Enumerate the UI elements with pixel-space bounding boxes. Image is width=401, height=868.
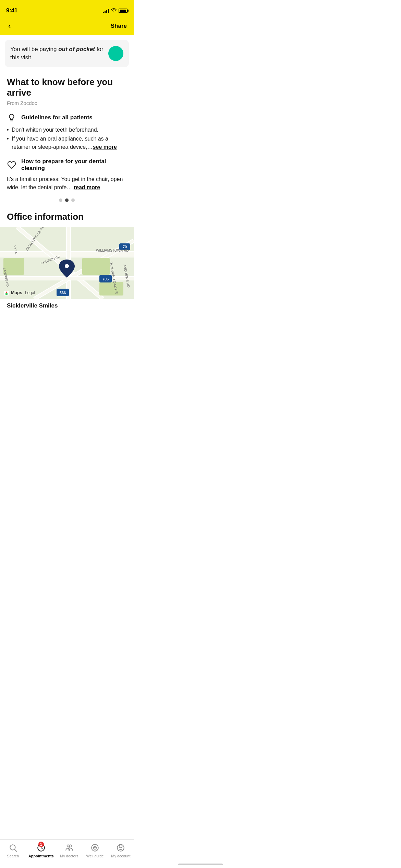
carousel-dot-2[interactable] xyxy=(65,198,69,202)
svg-text:705: 705 xyxy=(102,277,109,281)
svg-rect-13 xyxy=(99,282,123,296)
payment-notice-card: You will be paying out of pocket for thi… xyxy=(5,40,129,67)
svg-text:536: 536 xyxy=(60,291,66,295)
see-more-link[interactable]: see more xyxy=(93,144,117,150)
carousel-dot-3[interactable] xyxy=(71,198,75,202)
what-to-know-section: What to know before you arrive From Zocd… xyxy=(0,67,134,202)
how-to-prepare-body: It's a familiar process: You get in the … xyxy=(7,175,127,192)
payment-text-part1: You will be paying xyxy=(10,46,58,52)
status-bar: 9:41 xyxy=(0,0,134,17)
lightbulb-icon xyxy=(7,113,16,122)
how-to-prepare-header: How to prepare for your dental cleaning xyxy=(7,158,127,172)
office-info-title: Office information xyxy=(7,212,127,222)
svg-rect-30 xyxy=(5,293,8,295)
share-button[interactable]: Share xyxy=(111,23,127,29)
status-icons xyxy=(103,8,127,13)
map-footer: Maps Legal xyxy=(4,290,35,296)
svg-rect-11 xyxy=(82,258,110,275)
office-name: Sicklerville Smiles xyxy=(0,299,134,313)
main-content: You will be paying out of pocket for thi… xyxy=(0,40,134,347)
guidelines-title: Guidelines for all patients xyxy=(21,114,93,121)
guideline-bullet-2: If you have an oral appliance, such as a… xyxy=(7,135,127,151)
guidelines-block: Guidelines for all patients Don't whiten… xyxy=(7,113,127,151)
carousel-dot-1[interactable] xyxy=(59,198,62,202)
payment-notice-text: You will be paying out of pocket for thi… xyxy=(10,45,104,62)
guideline-bullet-1: Don't whiten your teeth beforehand. xyxy=(7,126,127,134)
what-to-know-subtitle: From Zocdoc xyxy=(7,100,127,106)
office-info-section: Office information xyxy=(0,208,134,222)
svg-point-28 xyxy=(65,264,69,268)
back-button[interactable]: ‹ xyxy=(7,20,12,32)
apple-maps-logo: Maps xyxy=(4,290,22,296)
signal-icon xyxy=(103,8,109,13)
payment-icon-circle xyxy=(108,46,123,61)
svg-text:WILLIAMSTOWN RD: WILLIAMSTOWN RD xyxy=(96,249,129,252)
what-to-know-title: What to know before you arrive xyxy=(7,77,127,98)
how-to-prepare-block: How to prepare for your dental cleaning … xyxy=(7,158,127,192)
wifi-icon xyxy=(111,8,117,13)
legal-link[interactable]: Legal xyxy=(25,290,35,295)
nav-bar: ‹ Share xyxy=(0,17,134,35)
office-map[interactable]: 536 705 70 SICKLERVILLE RD WILLIAMSTOWN … xyxy=(0,227,134,299)
payment-emphasis: out of pocket xyxy=(58,46,95,52)
heart-icon xyxy=(7,160,16,170)
carousel-dots xyxy=(7,198,127,202)
guidelines-header: Guidelines for all patients xyxy=(7,113,127,122)
status-time: 9:41 xyxy=(6,7,17,14)
guidelines-body: Don't whiten your teeth beforehand. If y… xyxy=(7,126,127,151)
battery-icon xyxy=(119,9,127,13)
read-more-link[interactable]: read more xyxy=(74,184,100,190)
how-to-prepare-title: How to prepare for your dental cleaning xyxy=(21,158,127,172)
